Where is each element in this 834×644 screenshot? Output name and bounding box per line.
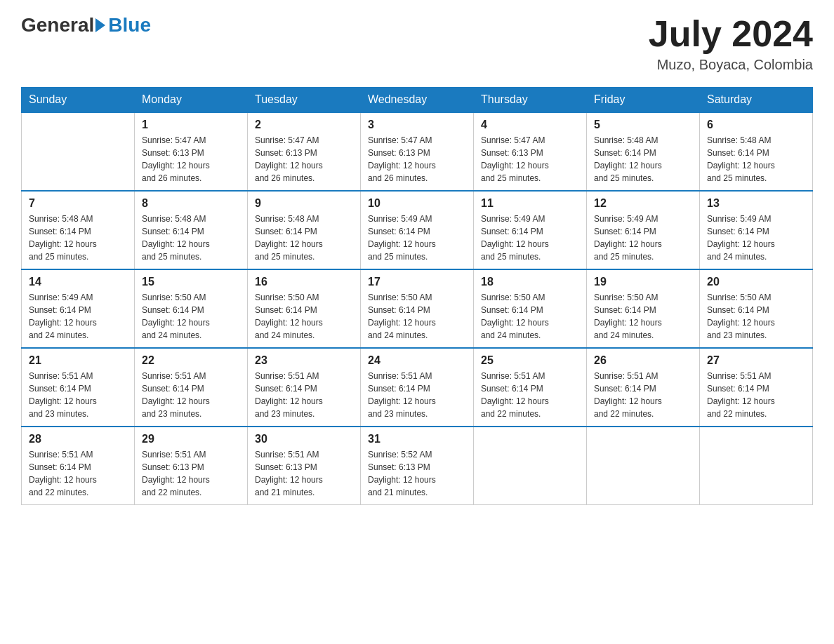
day-info: Sunrise: 5:51 AM Sunset: 6:14 PM Dayligh… [29,370,127,420]
calendar-cell: 10Sunrise: 5:49 AM Sunset: 6:14 PM Dayli… [361,191,474,269]
calendar-cell: 29Sunrise: 5:51 AM Sunset: 6:13 PM Dayli… [135,427,248,505]
day-number: 12 [594,197,692,210]
day-number: 3 [368,119,466,131]
day-number: 15 [142,276,240,288]
day-header-thursday: Thursday [474,88,587,113]
calendar-cell: 9Sunrise: 5:48 AM Sunset: 6:14 PM Daylig… [248,191,361,269]
logo: General Blue [21,14,151,36]
calendar-cell: 17Sunrise: 5:50 AM Sunset: 6:14 PM Dayli… [361,269,474,348]
day-info: Sunrise: 5:51 AM Sunset: 6:14 PM Dayligh… [368,370,466,420]
day-number: 11 [481,197,579,210]
calendar-cell [474,427,587,505]
day-number: 30 [255,433,353,445]
calendar-cell: 4Sunrise: 5:47 AM Sunset: 6:13 PM Daylig… [474,112,587,191]
month-title: July 2024 [649,14,813,54]
day-info: Sunrise: 5:51 AM Sunset: 6:14 PM Dayligh… [29,448,127,499]
calendar-cell: 19Sunrise: 5:50 AM Sunset: 6:14 PM Dayli… [587,269,700,348]
calendar-table: SundayMondayTuesdayWednesdayThursdayFrid… [21,87,813,505]
logo-general: General [21,14,94,36]
day-info: Sunrise: 5:51 AM Sunset: 6:14 PM Dayligh… [142,370,240,420]
logo-blue: Blue [108,14,151,36]
day-info: Sunrise: 5:49 AM Sunset: 6:14 PM Dayligh… [29,291,127,342]
day-info: Sunrise: 5:49 AM Sunset: 6:14 PM Dayligh… [707,213,805,263]
day-info: Sunrise: 5:50 AM Sunset: 6:14 PM Dayligh… [594,291,692,342]
day-info: Sunrise: 5:48 AM Sunset: 6:14 PM Dayligh… [255,213,353,263]
day-info: Sunrise: 5:51 AM Sunset: 6:14 PM Dayligh… [707,370,805,420]
calendar-cell: 24Sunrise: 5:51 AM Sunset: 6:14 PM Dayli… [361,348,474,427]
day-info: Sunrise: 5:48 AM Sunset: 6:14 PM Dayligh… [29,213,127,263]
calendar-cell: 8Sunrise: 5:48 AM Sunset: 6:14 PM Daylig… [135,191,248,269]
logo-text: General Blue [21,14,151,36]
calendar-week-3: 14Sunrise: 5:49 AM Sunset: 6:14 PM Dayli… [22,269,813,348]
calendar-cell: 11Sunrise: 5:49 AM Sunset: 6:14 PM Dayli… [474,191,587,269]
page-header: General Blue July 2024 Muzo, Boyaca, Col… [21,14,813,73]
day-number: 17 [368,276,466,288]
day-number: 27 [707,354,805,367]
day-number: 28 [29,433,127,445]
day-number: 5 [594,119,692,131]
calendar-week-2: 7Sunrise: 5:48 AM Sunset: 6:14 PM Daylig… [22,191,813,269]
day-info: Sunrise: 5:52 AM Sunset: 6:13 PM Dayligh… [368,448,466,499]
day-number: 23 [255,354,353,367]
calendar-cell: 23Sunrise: 5:51 AM Sunset: 6:14 PM Dayli… [248,348,361,427]
calendar-cell: 27Sunrise: 5:51 AM Sunset: 6:14 PM Dayli… [700,348,813,427]
day-info: Sunrise: 5:50 AM Sunset: 6:14 PM Dayligh… [707,291,805,342]
day-number: 29 [142,433,240,445]
day-info: Sunrise: 5:51 AM Sunset: 6:13 PM Dayligh… [255,448,353,499]
logo-blue-part: Blue [94,14,151,36]
calendar-cell: 2Sunrise: 5:47 AM Sunset: 6:13 PM Daylig… [248,112,361,191]
calendar-header-row: SundayMondayTuesdayWednesdayThursdayFrid… [22,88,813,113]
calendar-cell: 28Sunrise: 5:51 AM Sunset: 6:14 PM Dayli… [22,427,135,505]
calendar-cell [22,112,135,191]
day-number: 2 [255,119,353,131]
calendar-cell: 16Sunrise: 5:50 AM Sunset: 6:14 PM Dayli… [248,269,361,348]
day-number: 9 [255,197,353,210]
day-info: Sunrise: 5:50 AM Sunset: 6:14 PM Dayligh… [142,291,240,342]
day-info: Sunrise: 5:47 AM Sunset: 6:13 PM Dayligh… [368,134,466,185]
day-info: Sunrise: 5:49 AM Sunset: 6:14 PM Dayligh… [481,213,579,263]
day-info: Sunrise: 5:51 AM Sunset: 6:14 PM Dayligh… [255,370,353,420]
day-info: Sunrise: 5:48 AM Sunset: 6:14 PM Dayligh… [707,134,805,185]
location: Muzo, Boyaca, Colombia [649,57,813,73]
day-header-tuesday: Tuesday [248,88,361,113]
calendar-cell: 1Sunrise: 5:47 AM Sunset: 6:13 PM Daylig… [135,112,248,191]
day-number: 8 [142,197,240,210]
day-number: 18 [481,276,579,288]
day-number: 31 [368,433,466,445]
calendar-cell: 21Sunrise: 5:51 AM Sunset: 6:14 PM Dayli… [22,348,135,427]
calendar-cell [700,427,813,505]
day-number: 10 [368,197,466,210]
day-header-saturday: Saturday [700,88,813,113]
day-header-wednesday: Wednesday [361,88,474,113]
calendar-week-5: 28Sunrise: 5:51 AM Sunset: 6:14 PM Dayli… [22,427,813,505]
calendar-cell: 15Sunrise: 5:50 AM Sunset: 6:14 PM Dayli… [135,269,248,348]
day-info: Sunrise: 5:47 AM Sunset: 6:13 PM Dayligh… [142,134,240,185]
calendar-cell: 13Sunrise: 5:49 AM Sunset: 6:14 PM Dayli… [700,191,813,269]
day-number: 25 [481,354,579,367]
title-section: July 2024 Muzo, Boyaca, Colombia [649,14,813,73]
day-number: 1 [142,119,240,131]
day-number: 4 [481,119,579,131]
day-number: 13 [707,197,805,210]
day-info: Sunrise: 5:47 AM Sunset: 6:13 PM Dayligh… [481,134,579,185]
day-number: 22 [142,354,240,367]
day-number: 7 [29,197,127,210]
day-number: 21 [29,354,127,367]
calendar-cell: 26Sunrise: 5:51 AM Sunset: 6:14 PM Dayli… [587,348,700,427]
logo-arrow-icon [95,18,105,32]
day-info: Sunrise: 5:48 AM Sunset: 6:14 PM Dayligh… [142,213,240,263]
calendar-cell: 6Sunrise: 5:48 AM Sunset: 6:14 PM Daylig… [700,112,813,191]
day-info: Sunrise: 5:48 AM Sunset: 6:14 PM Dayligh… [594,134,692,185]
day-info: Sunrise: 5:47 AM Sunset: 6:13 PM Dayligh… [255,134,353,185]
day-info: Sunrise: 5:51 AM Sunset: 6:14 PM Dayligh… [481,370,579,420]
calendar-cell: 20Sunrise: 5:50 AM Sunset: 6:14 PM Dayli… [700,269,813,348]
calendar-cell: 5Sunrise: 5:48 AM Sunset: 6:14 PM Daylig… [587,112,700,191]
calendar-cell: 22Sunrise: 5:51 AM Sunset: 6:14 PM Dayli… [135,348,248,427]
day-info: Sunrise: 5:50 AM Sunset: 6:14 PM Dayligh… [368,291,466,342]
day-number: 24 [368,354,466,367]
day-number: 14 [29,276,127,288]
calendar-week-1: 1Sunrise: 5:47 AM Sunset: 6:13 PM Daylig… [22,112,813,191]
day-header-friday: Friday [587,88,700,113]
calendar-cell: 7Sunrise: 5:48 AM Sunset: 6:14 PM Daylig… [22,191,135,269]
day-header-monday: Monday [135,88,248,113]
